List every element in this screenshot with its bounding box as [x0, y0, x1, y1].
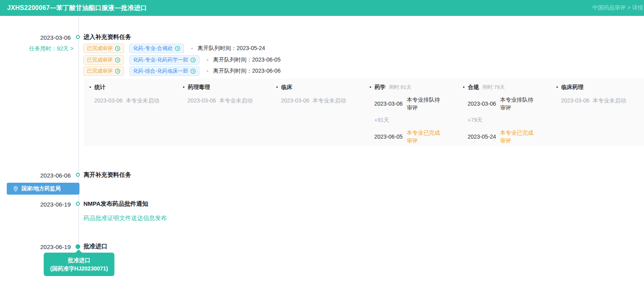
entry2-title: 离开补充资料任务 — [83, 171, 131, 179]
specialty-name: 药学 — [375, 84, 386, 91]
clock-icon — [115, 68, 120, 74]
specialty-col-statistics: • 统计 2023-03-06本专业未启动 — [84, 79, 177, 146]
specialty-duration: 用时:91天 — [389, 84, 412, 91]
specialty-name: 统计 — [95, 84, 106, 91]
entry3-title: NMPA发布药品批件通知 — [83, 200, 148, 208]
queue-row: 已完成审评 化药-专业-合规处 • 离开队列时间：2023-05-24 — [83, 44, 265, 53]
specialty-delta-days: +91天 — [374, 117, 453, 124]
dot-separator: • — [207, 68, 209, 74]
clock-icon — [190, 57, 196, 63]
specialty-status-line: 2023-03-06本专业未启动 — [94, 97, 173, 104]
leave-queue-time: 离开队列时间：2023-06-06 — [213, 68, 281, 75]
review-status-badge[interactable]: 已完成审评 — [83, 66, 124, 76]
entry1-date: 2023-03-06 — [20, 34, 71, 41]
bullet-icon: • — [463, 84, 465, 90]
entry1-duration-link[interactable]: 任务用时：92天 > — [16, 45, 73, 52]
org-stage-label: 国家/地方药监局 — [21, 185, 60, 192]
clock-icon — [115, 57, 120, 63]
clock-icon — [115, 46, 120, 51]
specialty-status-line: 2023-03-06本专业未启动 — [561, 97, 640, 104]
review-dept-badge[interactable]: 化药-专业-合规处 — [130, 44, 184, 53]
review-dept-badge[interactable]: 化药-综合-化药临床一部 — [130, 66, 199, 76]
specialty-col-clinical: • 临床 2023-03-06本专业未启动 — [271, 79, 364, 146]
breadcrumb[interactable]: 中国药品审评 > 详情 — [592, 4, 643, 12]
specialty-status-line: 2023-03-06 本专业排队待审评 — [468, 96, 547, 112]
specialty-delta-days: +79天 — [468, 117, 547, 124]
specialty-status-line: 2023-06-05 本专业已完成审评 — [374, 129, 453, 145]
clock-icon — [175, 46, 180, 51]
approval-tooltip: 批准进口 (国药准字HJ20230071) — [44, 253, 114, 276]
specialty-status-line: 2023-03-06 本专业排队待审评 — [374, 96, 453, 112]
specialty-name: 临床 — [281, 84, 292, 91]
specialty-col-pharmacy: • 药学 用时:91天 2023-03-06 本专业排队待审评 +91天 202… — [364, 79, 457, 146]
entry1-marker-icon — [76, 35, 80, 39]
queue-row: 已完成审评 化药-综合-化药临床一部 • 离开队列时间：2023-06-06 — [83, 66, 280, 76]
specialty-col-pharmtox: • 药理毒理 2023-03-06本专业未启动 — [177, 79, 271, 146]
entry4-title: 批准进口 — [83, 243, 107, 250]
drug-review-timeline-page: JXHS2200067—苯丁酸甘油酯口服液—批准进口 中国药品审评 > 详情 2… — [0, 0, 644, 284]
bullet-icon: • — [276, 84, 278, 90]
specialty-col-compliance: • 合规 用时:79天 2023-03-06 本专业排队待审评 +79天 202… — [457, 79, 551, 146]
bullet-icon: • — [89, 84, 91, 90]
specialty-status-line: 2023-03-06本专业未启动 — [281, 97, 360, 104]
bullet-icon: • — [369, 84, 371, 90]
bullet-icon: • — [183, 84, 185, 90]
specialty-status-line: 2023-05-24 本专业已完成审评 — [468, 129, 547, 145]
specialty-duration: 用时:79天 — [482, 84, 505, 91]
specialty-name: 药理毒理 — [188, 84, 210, 91]
entry2-marker-icon — [76, 173, 80, 177]
dot-separator: • — [191, 45, 193, 52]
approval-tooltip-title: 批准进口 — [68, 256, 90, 265]
entry3-marker-icon — [76, 202, 80, 206]
specialty-col-clinpharm: • 临床药理 2023-03-06本专业未启动 — [551, 79, 644, 146]
specialty-name: 临床药理 — [561, 84, 584, 91]
entry2-date: 2023-06-06 — [20, 172, 71, 179]
leave-queue-time: 离开队列时间：2023-05-24 — [198, 45, 265, 52]
entry1-title: 进入补充资料任务 — [83, 33, 131, 41]
header-bar: JXHS2200067—苯丁酸甘油酯口服液—批准进口 中国药品审评 > 详情 — [0, 0, 644, 16]
specialty-name: 合规 — [468, 84, 479, 91]
bullet-icon: • — [556, 84, 558, 90]
specialties-panel: • 统计 2023-03-06本专业未启动 • 药理毒理 2023-03-06本… — [84, 79, 644, 146]
location-pin-icon — [13, 186, 19, 192]
specialty-status-line: 2023-03-06本专业未启动 — [188, 97, 267, 104]
timeline-line — [78, 16, 79, 245]
review-dept-badge[interactable]: 化药-专业-化药药学一部 — [130, 55, 199, 65]
page-title: JXHS2200067—苯丁酸甘油酯口服液—批准进口 — [7, 4, 147, 12]
entry4-date: 2023-06-19 — [20, 243, 71, 250]
queue-row: 已完成审评 化药-专业-化药药学一部 • 离开队列时间：2023-06-05 — [83, 55, 280, 65]
org-stage-badge: 国家/地方药监局 — [7, 183, 79, 195]
entry3-date: 2023-06-19 — [20, 201, 71, 208]
approval-license-number: (国药准字HJ20230071) — [50, 265, 108, 273]
entry4-marker-icon — [75, 244, 80, 249]
approval-document-link[interactable]: 药品批准证明文件送达信息发布 — [83, 214, 167, 222]
review-status-badge[interactable]: 已完成审评 — [83, 44, 124, 53]
leave-queue-time: 离开队列时间：2023-06-05 — [213, 56, 281, 64]
dot-separator: • — [207, 57, 209, 63]
clock-icon — [190, 68, 196, 74]
review-status-badge[interactable]: 已完成审评 — [83, 55, 124, 65]
